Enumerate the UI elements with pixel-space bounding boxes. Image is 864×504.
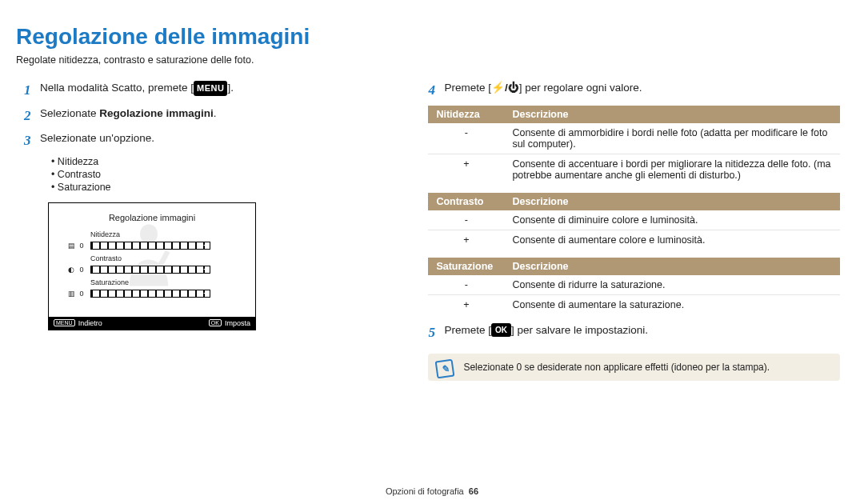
sharpness-icon: ▤	[68, 242, 78, 250]
cell-desc: Consente di ridurre la saturazione.	[504, 275, 840, 295]
contrast-icon: ◐	[68, 266, 78, 274]
cell-desc: Consente di aumentare la saturazione.	[504, 294, 840, 314]
table-contrasto: ContrastoDescrizione -Consente di diminu…	[428, 193, 840, 250]
saturation-icon: ▥	[68, 290, 78, 298]
step-number: 4	[428, 80, 444, 101]
step-1-text-post: ].	[227, 82, 234, 94]
step-4: 4 Premete [⚡/⏻] per regolare ogni valore…	[428, 80, 840, 101]
th-desc: Descrizione	[504, 106, 840, 123]
step-5-text-post: ] per salvare le impostazioni.	[511, 324, 648, 336]
step-1: 1 Nella modalità Scatto, premete [MENU].	[24, 80, 396, 101]
slider-row-contrasto: ◐ 0	[68, 264, 210, 276]
option-bullets: Nitidezza Contrasto Saturazione	[51, 156, 396, 193]
step-4-text-post: ] per regolare ogni valore.	[519, 82, 642, 94]
cell-desc: Consente di ammorbidire i bordi nelle fo…	[504, 123, 840, 154]
cell-sym: +	[428, 230, 504, 250]
note-box: ✎ Selezionate 0 se desiderate non applic…	[428, 354, 840, 381]
page-title: Regolazione delle immagini	[16, 24, 840, 50]
page-footer: Opzioni di fotografia 66	[0, 486, 864, 496]
table-row: -Consente di diminuire colore e luminosi…	[428, 210, 840, 230]
footer-right-label: Imposta	[225, 319, 250, 327]
step-1-text-pre: Nella modalità Scatto, premete [	[40, 82, 194, 94]
slider-bar	[90, 242, 210, 250]
step-number: 3	[24, 130, 40, 151]
cell-sym: -	[428, 123, 504, 154]
step-number: 5	[428, 322, 444, 343]
table-row: +Consente di aumentare la saturazione.	[428, 294, 840, 314]
left-column: 1 Nella modalità Scatto, premete [MENU].…	[16, 80, 396, 381]
ok-icon: OK	[491, 323, 511, 337]
menu-icon: MENU	[194, 81, 227, 96]
slider-label: Contrasto	[90, 254, 210, 262]
step-2: 2 Selezionate Regolazione immagini.	[24, 106, 396, 126]
step-2-bold: Regolazione immagini	[99, 107, 214, 119]
cell-desc: Consente di diminuire colore e luminosit…	[504, 210, 840, 230]
footer-section: Opzioni di fotografia	[386, 486, 464, 496]
flash-timer-icon: ⚡/⏻	[491, 82, 519, 94]
th-desc: Descrizione	[504, 193, 840, 210]
bullet-item: Nitidezza	[51, 156, 396, 167]
table-row: -Consente di ridurre la saturazione.	[428, 275, 840, 295]
cell-sym: +	[428, 154, 504, 185]
cell-desc: Consente di aumentare colore e luminosit…	[504, 230, 840, 250]
cell-desc: Consente di accentuare i bordi per migli…	[504, 154, 840, 185]
step-5-text-pre: Premete [	[444, 324, 491, 336]
page-subtitle: Regolate nitidezza, contrasto e saturazi…	[16, 54, 840, 66]
step-5: 5 Premete [OK] per salvare le impostazio…	[428, 322, 840, 343]
table-saturazione: SaturazioneDescrizione -Consente di ridu…	[428, 258, 840, 314]
step-number: 2	[24, 106, 40, 126]
cell-sym: -	[428, 275, 504, 295]
note-icon: ✎	[435, 359, 455, 379]
menu-icon: MENU	[54, 319, 75, 326]
figure-footer: MENUIndietro OKImposta	[49, 317, 255, 330]
th-param: Nitidezza	[428, 106, 504, 123]
table-row: -Consente di ammorbidire i bordi nelle f…	[428, 123, 840, 154]
table-row: +Consente di aumentare colore e luminosi…	[428, 230, 840, 250]
bullet-item: Contrasto	[51, 169, 396, 180]
slider-bar	[90, 266, 210, 274]
ok-icon: OK	[209, 319, 222, 326]
step-3: 3 Selezionate un'opzione.	[24, 130, 396, 151]
slider-label: Nitidezza	[90, 230, 210, 238]
bullet-item: Saturazione	[51, 182, 396, 193]
slider-value: 0	[78, 266, 86, 274]
slider-row-saturazione: ▥ 0	[68, 288, 210, 300]
step-4-text-pre: Premete [	[444, 82, 491, 94]
footer-left-label: Indietro	[78, 319, 102, 327]
cell-sym: -	[428, 210, 504, 230]
table-row: +Consente di accentuare i bordi per migl…	[428, 154, 840, 185]
slider-value: 0	[78, 290, 86, 298]
step-number: 1	[24, 80, 40, 101]
step-2-text-pre: Selezionate	[40, 107, 99, 119]
note-text: Selezionate 0 se desiderate non applicar…	[463, 362, 770, 373]
slider-bar	[90, 290, 210, 298]
table-nitidezza: NitidezzaDescrizione -Consente di ammorb…	[428, 106, 840, 185]
figure-title: Regolazione immagini	[49, 213, 255, 222]
th-param: Contrasto	[428, 193, 504, 210]
slider-label: Saturazione	[90, 278, 210, 286]
camera-screen-figure: Regolazione immagini Nitidezza ▤ 0 Contr…	[48, 202, 256, 330]
step-2-text-post: .	[214, 107, 217, 119]
th-param: Saturazione	[428, 258, 504, 275]
th-desc: Descrizione	[504, 258, 840, 275]
slider-value: 0	[78, 242, 86, 250]
slider-row-nitidezza: ▤ 0	[68, 240, 210, 252]
page-number: 66	[469, 486, 478, 496]
cell-sym: +	[428, 294, 504, 314]
step-3-text: Selezionate un'opzione.	[40, 130, 396, 151]
right-column: 4 Premete [⚡/⏻] per regolare ogni valore…	[428, 80, 840, 381]
